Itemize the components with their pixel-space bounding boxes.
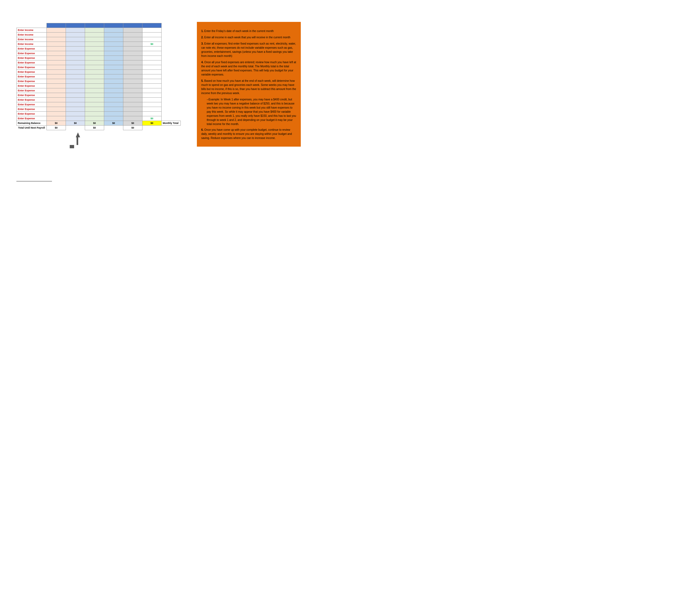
expense-w1-cell[interactable]	[47, 98, 66, 102]
expense-w3-cell[interactable]	[85, 93, 104, 98]
income-w5-cell[interactable]	[123, 37, 143, 42]
expense-w4-cell[interactable]	[104, 116, 123, 121]
expense-label[interactable]: Enter Expense	[17, 98, 47, 102]
income-w3-cell[interactable]	[85, 42, 104, 47]
expense-w2-cell[interactable]	[66, 112, 85, 116]
expense-w3-cell[interactable]	[85, 84, 104, 88]
expense-w1-cell[interactable]	[47, 79, 66, 84]
income-w5-cell[interactable]	[123, 32, 143, 37]
expense-w5-cell[interactable]	[123, 65, 143, 70]
expense-w2-cell[interactable]	[66, 65, 85, 70]
expense-w3-cell[interactable]	[85, 88, 104, 93]
expense-w1-cell[interactable]	[47, 112, 66, 116]
expense-w2-cell[interactable]	[66, 61, 85, 65]
expense-label[interactable]: Enter Expense	[17, 88, 47, 93]
expense-w4-cell[interactable]	[104, 61, 123, 65]
expense-w1-cell[interactable]	[47, 61, 66, 65]
income-w1-cell[interactable]	[47, 32, 66, 37]
expense-w5-cell[interactable]	[123, 61, 143, 65]
expense-w4-cell[interactable]	[104, 107, 123, 112]
expense-w2-cell[interactable]	[66, 74, 85, 79]
expense-w5-cell[interactable]	[123, 93, 143, 98]
expense-w5-cell[interactable]	[123, 79, 143, 84]
expense-w2-cell[interactable]	[66, 93, 85, 98]
expense-w4-cell[interactable]	[104, 102, 123, 107]
income-w2-cell[interactable]	[66, 28, 85, 32]
expense-w2-cell[interactable]	[66, 84, 85, 88]
expense-w2-cell[interactable]	[66, 47, 85, 51]
expense-w2-cell[interactable]	[66, 79, 85, 84]
expense-w1-cell[interactable]	[47, 107, 66, 112]
expense-w5-cell[interactable]	[123, 84, 143, 88]
expense-label[interactable]: Enter Expense	[17, 47, 47, 51]
expense-w4-cell[interactable]	[104, 93, 123, 98]
income-w1-cell[interactable]	[47, 37, 66, 42]
expense-w3-cell[interactable]	[85, 116, 104, 121]
expense-w4-cell[interactable]	[104, 65, 123, 70]
expense-w5-cell[interactable]	[123, 51, 143, 56]
expense-label[interactable]: Enter Expense	[17, 56, 47, 61]
expense-w3-cell[interactable]	[85, 98, 104, 102]
expense-w2-cell[interactable]	[66, 56, 85, 61]
income-w3-cell[interactable]	[85, 28, 104, 32]
income-w1-cell[interactable]	[47, 42, 66, 47]
income-label[interactable]: Enter Income	[17, 28, 47, 32]
expense-w5-cell[interactable]	[123, 112, 143, 116]
expense-w3-cell[interactable]	[85, 65, 104, 70]
expense-w3-cell[interactable]	[85, 70, 104, 74]
expense-label[interactable]: Enter Expense	[17, 102, 47, 107]
expense-w5-cell[interactable]	[123, 116, 143, 121]
expense-w5-cell[interactable]	[123, 70, 143, 74]
expense-w3-cell[interactable]	[85, 102, 104, 107]
income-w5-cell[interactable]	[123, 28, 143, 32]
expense-label[interactable]: Enter Expense	[17, 51, 47, 56]
expense-w3-cell[interactable]	[85, 79, 104, 84]
income-w2-cell[interactable]	[66, 42, 85, 47]
expense-w2-cell[interactable]	[66, 98, 85, 102]
income-w3-cell[interactable]	[85, 37, 104, 42]
expense-w4-cell[interactable]	[104, 98, 123, 102]
income-w2-cell[interactable]	[66, 32, 85, 37]
expense-w1-cell[interactable]	[47, 116, 66, 121]
income-w4-cell[interactable]	[104, 32, 123, 37]
expense-w3-cell[interactable]	[85, 61, 104, 65]
expense-w3-cell[interactable]	[85, 51, 104, 56]
expense-w1-cell[interactable]	[47, 70, 66, 74]
expense-w3-cell[interactable]	[85, 74, 104, 79]
expense-w1-cell[interactable]	[47, 84, 66, 88]
expense-label[interactable]: Enter Expense	[17, 79, 47, 84]
expense-w4-cell[interactable]	[104, 47, 123, 51]
expense-label[interactable]: Enter Expense	[17, 116, 47, 121]
expense-w3-cell[interactable]	[85, 112, 104, 116]
expense-w4-cell[interactable]	[104, 112, 123, 116]
expense-w1-cell[interactable]	[47, 93, 66, 98]
expense-label[interactable]: Enter Expense	[17, 107, 47, 112]
expense-label[interactable]: Enter Expense	[17, 65, 47, 70]
expense-w2-cell[interactable]	[66, 51, 85, 56]
expense-w5-cell[interactable]	[123, 98, 143, 102]
expense-w3-cell[interactable]	[85, 47, 104, 51]
expense-w1-cell[interactable]	[47, 56, 66, 61]
expense-w4-cell[interactable]	[104, 84, 123, 88]
expense-w1-cell[interactable]	[47, 88, 66, 93]
expense-w5-cell[interactable]	[123, 47, 143, 51]
expense-w2-cell[interactable]	[66, 88, 85, 93]
expense-w4-cell[interactable]	[104, 79, 123, 84]
expense-w4-cell[interactable]	[104, 51, 123, 56]
expense-w5-cell[interactable]	[123, 107, 143, 112]
expense-w2-cell[interactable]	[66, 107, 85, 112]
expense-label[interactable]: Enter Expense	[17, 74, 47, 79]
expense-w1-cell[interactable]	[47, 65, 66, 70]
expense-label[interactable]: Enter Expense	[17, 84, 47, 88]
income-w4-cell[interactable]	[104, 28, 123, 32]
expense-w1-cell[interactable]	[47, 102, 66, 107]
income-w4-cell[interactable]	[104, 42, 123, 47]
expense-w2-cell[interactable]	[66, 116, 85, 121]
expense-w2-cell[interactable]	[66, 102, 85, 107]
income-w2-cell[interactable]	[66, 37, 85, 42]
expense-label[interactable]: Enter Expense	[17, 70, 47, 74]
income-label[interactable]: Enter Income	[17, 32, 47, 37]
expense-w4-cell[interactable]	[104, 88, 123, 93]
expense-w2-cell[interactable]	[66, 70, 85, 74]
income-w5-cell[interactable]	[123, 42, 143, 47]
